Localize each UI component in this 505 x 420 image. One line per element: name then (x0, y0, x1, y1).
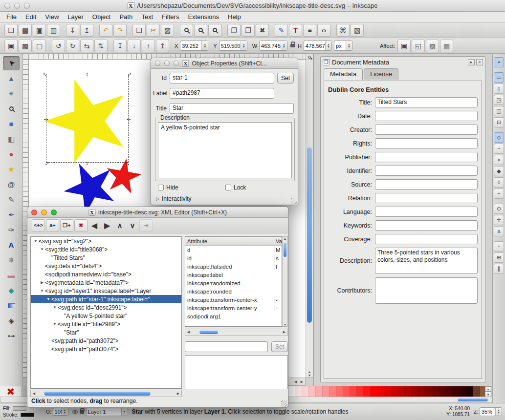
snap-node-icon[interactable]: ◇ (494, 132, 504, 143)
palette-swatch[interactable] (336, 386, 343, 397)
menu-object[interactable]: Object (88, 13, 115, 21)
snap-path-icon[interactable]: ~ (494, 144, 504, 154)
palette-swatch[interactable] (460, 386, 466, 397)
attribute-row[interactable]: inkscape:transform-center-y - (185, 304, 282, 312)
rotate-cw-icon[interactable]: ↻ (66, 40, 79, 52)
zoom-page-icon[interactable] (208, 24, 221, 37)
snap-rotation-center-icon[interactable]: ✛ (494, 215, 504, 225)
x-coordinate-input[interactable]: 39.252 ▲▼ (180, 41, 208, 51)
zoom-button[interactable] (174, 61, 179, 66)
preferences-icon[interactable]: ⌘ (336, 24, 350, 37)
palette-swatch[interactable] (439, 386, 446, 397)
width-spinner[interactable]: ▲▼ (281, 41, 287, 50)
interactivity-expander-icon[interactable]: ▷ (156, 196, 159, 201)
xml-editor-dialog-icon[interactable]: ‹› (317, 24, 330, 37)
box3d-tool[interactable]: ◧ (3, 132, 20, 146)
connector-tool[interactable]: ⊶ (3, 329, 20, 343)
expander-icon[interactable]: ▶ (39, 280, 45, 285)
attribute-value-textarea[interactable] (185, 355, 288, 389)
xml-tree-row[interactable]: ▼ <svg:g id="layer1" inkscape:label="Lay… (31, 287, 181, 295)
snap-grid-icon[interactable]: ⊞ (494, 252, 504, 263)
paste-icon[interactable]: ▨ (161, 24, 174, 37)
cut-icon[interactable]: ✂ (147, 24, 160, 37)
snap-text-baseline-icon[interactable]: a (494, 226, 504, 236)
height-input[interactable]: 478.567 ▲▼ (304, 41, 332, 51)
raise-icon[interactable]: ↑ (142, 40, 155, 52)
palette-swatch[interactable] (364, 386, 371, 397)
flip-horizontal-icon[interactable]: ⇆ (80, 40, 93, 52)
star-tool[interactable]: ★ (3, 162, 20, 176)
attribute-row[interactable]: inkscape:flatsided f (185, 262, 282, 271)
xml-tree-row[interactable]: <sodipodi:namedview id="base"> (31, 270, 181, 278)
zoom-tool[interactable] (3, 102, 20, 116)
x-spinner[interactable]: ▲▼ (201, 41, 208, 50)
scroll-down-icon[interactable]: ▼ (282, 323, 288, 326)
attribute-row[interactable]: d M (185, 246, 282, 254)
new-text-node-button[interactable]: a+ (46, 219, 59, 232)
palette-swatch[interactable] (302, 386, 309, 397)
xml-tree-row[interactable]: ▶ <svg:metadata id="metadata7"> (31, 278, 181, 287)
scroll-left-icon[interactable]: ◀ (31, 392, 37, 396)
duplicate-icon[interactable]: ❐ (227, 24, 241, 37)
palette-swatch[interactable] (412, 386, 418, 397)
attribute-vertical-scrollbar[interactable]: ▲ ▼ (282, 236, 288, 327)
set-id-button[interactable]: Set (277, 73, 294, 84)
xml-tree-row[interactable]: ▼ <svg:title id="title3068"> (31, 245, 181, 253)
stroke-swatch[interactable] (21, 413, 34, 417)
clone-icon[interactable]: ❒ (242, 24, 255, 37)
select-all-icon[interactable]: ▣ (4, 40, 18, 52)
layer-lock-icon[interactable] (80, 410, 84, 414)
palette-swatch[interactable] (453, 386, 460, 397)
snap-guide-icon[interactable]: ∥ (494, 264, 504, 274)
delete-node-button[interactable]: ✖ (74, 219, 88, 232)
palette-swatch[interactable] (446, 386, 453, 397)
resize-grip[interactable] (281, 400, 287, 407)
attribute-hscroll-thumb[interactable] (199, 330, 218, 334)
menu-view[interactable]: View (41, 13, 63, 21)
attribute-row[interactable]: sodipodi:arg1 (185, 312, 282, 320)
palette-swatch[interactable] (323, 386, 329, 397)
value-column-header[interactable]: Value (274, 238, 282, 244)
snap-bbox-edge-icon[interactable]: ▯ (494, 84, 504, 94)
scroll-up-icon[interactable]: ▲ (307, 370, 313, 374)
lock-ratio-icon[interactable] (290, 44, 295, 47)
lock-checkbox[interactable] (225, 185, 231, 190)
layer-dropdown-arrow[interactable]: ▼ (121, 408, 128, 416)
xml-tree-row[interactable]: ▼ <svg:svg id="svg2"> (31, 237, 181, 245)
align-dialog-icon[interactable]: ≡ (303, 24, 316, 37)
pencil-tool[interactable]: ✎ (3, 192, 20, 207)
expander-icon[interactable]: ▼ (52, 305, 58, 310)
text-tool[interactable]: A (3, 238, 20, 252)
tab-license[interactable]: License (364, 68, 398, 80)
menu-layer[interactable]: Layer (63, 13, 88, 21)
set-attribute-button[interactable]: Set (271, 341, 288, 352)
expander-icon[interactable]: ▼ (39, 289, 45, 293)
affect-pattern-icon[interactable]: ▦ (440, 40, 453, 52)
save-document-icon[interactable]: ▣ (33, 24, 46, 37)
scale-handle-bottom[interactable]: ↕ (84, 159, 90, 166)
scroll-right-icon[interactable]: ▶ (175, 392, 181, 396)
xml-tree-row[interactable]: <svg:path id="path3072"> (31, 336, 181, 345)
palette-swatch[interactable] (350, 386, 357, 397)
menu-help[interactable]: Help (223, 13, 245, 21)
metadata-field-input[interactable] (375, 125, 478, 135)
y-coordinate-input[interactable]: 519.500 ▲▼ (219, 41, 247, 51)
palette-swatch[interactable] (316, 386, 323, 397)
metadata-field-input[interactable] (375, 152, 478, 162)
lower-icon[interactable]: ↓ (128, 40, 141, 52)
expander-icon[interactable]: ▼ (45, 297, 51, 301)
palette-swatch[interactable] (418, 386, 425, 397)
scroll-right-icon[interactable]: ▶ (299, 380, 305, 384)
attribute-row[interactable]: inkscape:randomized (185, 279, 282, 287)
move-node-up-button[interactable]: ∧ (114, 219, 126, 232)
window-titlebar[interactable]: X /Users/shepazu/Documents/Dev/SVG/acces… (0, 0, 505, 12)
metadata-field-input[interactable] (375, 138, 478, 148)
zoom-input[interactable]: 35% ▲▼ (480, 407, 502, 416)
close-button[interactable] (155, 61, 160, 66)
affect-corners-icon[interactable]: ◱ (412, 40, 425, 52)
snap-bbox-icon[interactable]: ▭ (494, 72, 504, 83)
metadata-field-input[interactable] (375, 179, 478, 189)
height-spinner[interactable]: ▲▼ (325, 41, 331, 50)
attribute-column-header[interactable]: Attribute (185, 237, 274, 245)
opacity-input[interactable]: 100 ▲▼ (53, 408, 68, 416)
